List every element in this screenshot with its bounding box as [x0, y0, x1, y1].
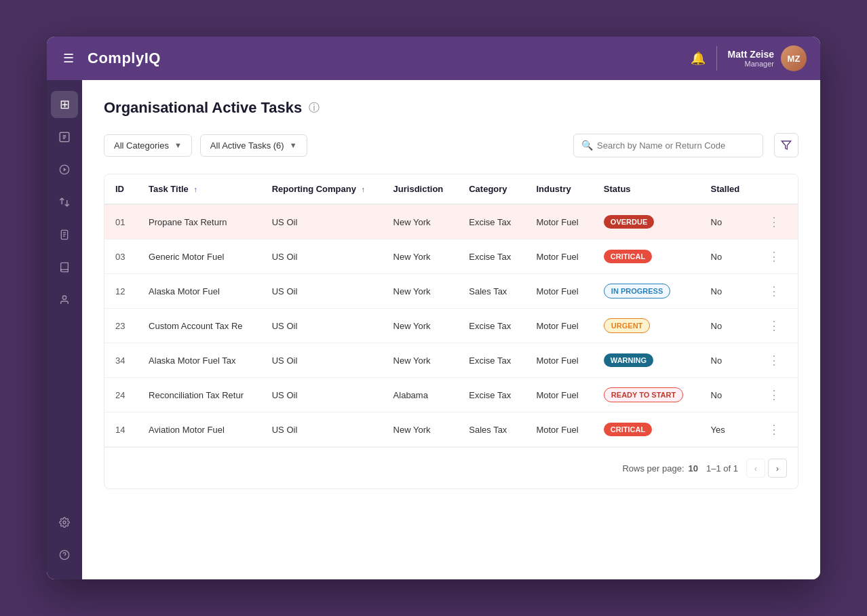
col-category: Category [458, 174, 525, 204]
svg-marker-7 [782, 141, 790, 149]
cell-stalled: Yes [700, 412, 754, 447]
sidebar-item-settings[interactable] [51, 509, 78, 536]
col-reporting-company[interactable]: Reporting Company ↑ [261, 174, 383, 204]
cell-industry: Motor Fuel [525, 239, 592, 274]
main-layout: ⊞ [47, 80, 820, 579]
search-input[interactable] [573, 134, 763, 157]
status-badge: READY TO START [604, 387, 683, 402]
cell-menu: ⋮ [753, 239, 798, 274]
tasks-dropdown[interactable]: All Active Tasks (6) ▼ [200, 134, 307, 157]
row-menu-icon[interactable]: ⋮ [764, 387, 784, 403]
svg-marker-2 [64, 168, 66, 171]
cell-industry: Motor Fuel [525, 309, 592, 343]
cell-industry: Motor Fuel [525, 343, 592, 378]
page-title: Organisational Active Tasks [104, 99, 302, 117]
col-id: ID [104, 174, 138, 204]
tasks-chevron-icon: ▼ [290, 141, 297, 149]
cell-jurisdiction: Alabama [383, 378, 459, 412]
logo-bold: IQ [144, 50, 161, 66]
status-badge: CRITICAL [604, 250, 652, 263]
row-menu-icon[interactable]: ⋮ [764, 283, 784, 299]
cell-task-title: Alaska Motor Fuel Tax [138, 343, 261, 378]
cell-stalled: No [700, 378, 754, 412]
status-badge: WARNING [604, 353, 653, 367]
user-name: Matt Zeise [728, 49, 774, 60]
sidebar-item-tasks[interactable] [51, 123, 78, 151]
table-header-row: ID Task Title ↑ Reporting Company ↑ Juri… [104, 174, 798, 204]
sidebar-item-dashboard[interactable]: ⊞ [51, 91, 78, 118]
col-industry: Industry [525, 174, 592, 204]
search-wrapper: 🔍 [573, 134, 763, 157]
cell-category: Excise Tax [458, 378, 525, 412]
cell-company: US Oil [261, 204, 383, 239]
cell-status: CRITICAL [593, 239, 700, 274]
info-icon[interactable]: ⓘ [309, 101, 320, 115]
col-actions [753, 174, 798, 204]
cell-id: 03 [104, 239, 138, 274]
cell-company: US Oil [261, 343, 383, 378]
cell-status: CRITICAL [593, 412, 700, 447]
cell-jurisdiction: New York [383, 274, 459, 309]
category-chevron-icon: ▼ [174, 141, 182, 149]
row-menu-icon[interactable]: ⋮ [764, 352, 784, 368]
pagination-count: 1–1 of 1 [706, 463, 738, 474]
next-page-button[interactable]: › [768, 459, 787, 478]
cell-id: 14 [104, 412, 138, 447]
cell-company: US Oil [261, 412, 383, 447]
filter-icon-button[interactable] [774, 133, 798, 157]
col-task-title[interactable]: Task Title ↑ [138, 174, 261, 204]
row-menu-icon[interactable]: ⋮ [764, 317, 784, 334]
sidebar-item-help[interactable] [51, 541, 78, 569]
cell-company: US Oil [261, 309, 383, 343]
cell-id: 01 [104, 204, 138, 239]
cell-menu: ⋮ [753, 343, 798, 378]
cell-stalled: No [700, 204, 754, 239]
header-divider [716, 46, 717, 71]
cell-jurisdiction: New York [383, 412, 459, 447]
category-dropdown[interactable]: All Categories ▼ [104, 134, 192, 157]
row-menu-icon[interactable]: ⋮ [764, 248, 784, 265]
col-status: Status [593, 174, 700, 204]
cell-industry: Motor Fuel [525, 274, 592, 309]
notification-bell-icon[interactable]: 🔔 [691, 51, 706, 66]
sidebar-item-person[interactable] [51, 286, 78, 313]
pagination: Rows per page: 10 1–1 of 1 ‹ › [104, 447, 798, 488]
sidebar-item-play[interactable] [51, 156, 78, 183]
cell-menu: ⋮ [753, 412, 798, 447]
row-menu-icon[interactable]: ⋮ [764, 214, 784, 230]
status-badge: IN PROGRESS [604, 284, 670, 299]
row-menu-icon[interactable]: ⋮ [764, 421, 784, 438]
rows-per-page-value: 10 [689, 463, 698, 474]
app-logo: ComplyIQ [88, 50, 161, 67]
tasks-table: ID Task Title ↑ Reporting Company ↑ Juri… [104, 174, 798, 489]
rows-per-page: Rows per page: 10 [622, 463, 698, 474]
avatar[interactable]: MZ [781, 45, 807, 71]
cell-industry: Motor Fuel [525, 378, 592, 412]
prev-page-button[interactable]: ‹ [746, 459, 765, 478]
cell-menu: ⋮ [753, 309, 798, 343]
search-icon: 🔍 [581, 140, 593, 151]
cell-company: US Oil [261, 378, 383, 412]
category-label: All Categories [114, 140, 169, 151]
cell-status: READY TO START [593, 378, 700, 412]
cell-status: IN PROGRESS [593, 274, 700, 309]
cell-category: Excise Tax [458, 343, 525, 378]
cell-id: 12 [104, 274, 138, 309]
cell-task-title: Reconciliation Tax Retur [138, 378, 261, 412]
cell-id: 23 [104, 309, 138, 343]
page-header: Organisational Active Tasks ⓘ [104, 99, 798, 117]
cell-jurisdiction: New York [383, 204, 459, 239]
sidebar-item-book[interactable] [51, 254, 78, 281]
filter-bar: All Categories ▼ All Active Tasks (6) ▼ … [104, 133, 798, 157]
menu-toggle-icon[interactable]: ☰ [60, 48, 77, 69]
col-jurisdiction: Jurisdiction [383, 174, 459, 204]
sidebar-item-transfer[interactable] [51, 189, 78, 216]
cell-category: Excise Tax [458, 239, 525, 274]
cell-industry: Motor Fuel [525, 412, 592, 447]
cell-task-title: Generic Motor Fuel [138, 239, 261, 274]
logo-prefix: Comply [88, 50, 144, 66]
cell-id: 24 [104, 378, 138, 412]
sidebar-item-clipboard[interactable] [51, 221, 78, 248]
cell-category: Sales Tax [458, 274, 525, 309]
cell-menu: ⋮ [753, 204, 798, 239]
